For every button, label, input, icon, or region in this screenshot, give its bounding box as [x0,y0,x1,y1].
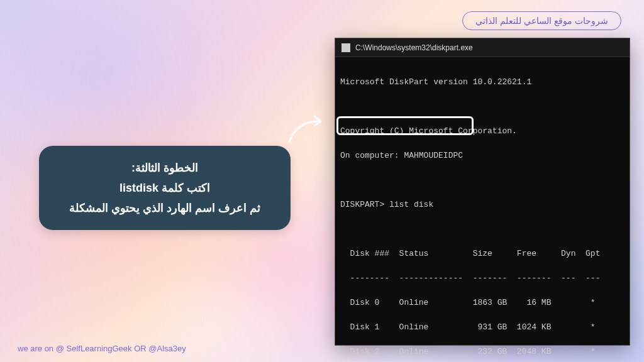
term-row-2: Disk 2 Online 232 GB 2048 KB * [340,346,625,358]
term-blank [340,101,625,113]
callout-command-line: اكتب كلمة listdisk [55,181,274,195]
term-row-1: Disk 1 Online 931 GB 1024 KB * [340,321,625,334]
terminal-titlebar[interactable]: C:\Windows\system32\diskpart.exe [335,38,630,57]
term-divider: -------- ------------- ------- ------- -… [340,272,625,285]
term-computer: On computer: MAHMOUDEIDPC [340,150,625,162]
instruction-callout: الخطوة الثالثة: اكتب كلمة listdisk ثم اع… [39,146,291,230]
callout-pre: اكتب كلمة [158,182,210,194]
terminal-body[interactable]: Microsoft DiskPart version 10.0.22621.1 … [335,57,630,362]
term-copyright: Copyright (C) Microsoft Corporation. [340,125,625,138]
footer-credit: we are on @ SelfLearningGeek OR @Alsa3ey [18,344,186,353]
term-header: Disk ### Status Size Free Dyn Gpt [340,248,625,260]
callout-desc: ثم اعرف اسم الهارد الذي يحتوي المشكلة [55,201,274,215]
diskpart-terminal-window[interactable]: C:\Windows\system32\diskpart.exe Microso… [335,38,630,346]
term-version: Microsoft DiskPart version 10.0.22621.1 [340,76,625,89]
terminal-title-text: C:\Windows\system32\diskpart.exe [355,43,473,52]
term-blank3 [340,223,625,236]
site-badge: شروحات موقع الساعي للتعلم الذاتي [462,11,621,30]
arrow-icon [284,110,328,154]
terminal-app-icon [341,43,350,52]
callout-cmd: listdisk [119,182,158,194]
term-blank2 [340,174,625,187]
term-prompt-cmd: DISKPART> list disk [340,199,625,211]
term-row-0: Disk 0 Online 1863 GB 16 MB * [340,297,625,309]
callout-title: الخطوة الثالثة: [55,161,274,175]
